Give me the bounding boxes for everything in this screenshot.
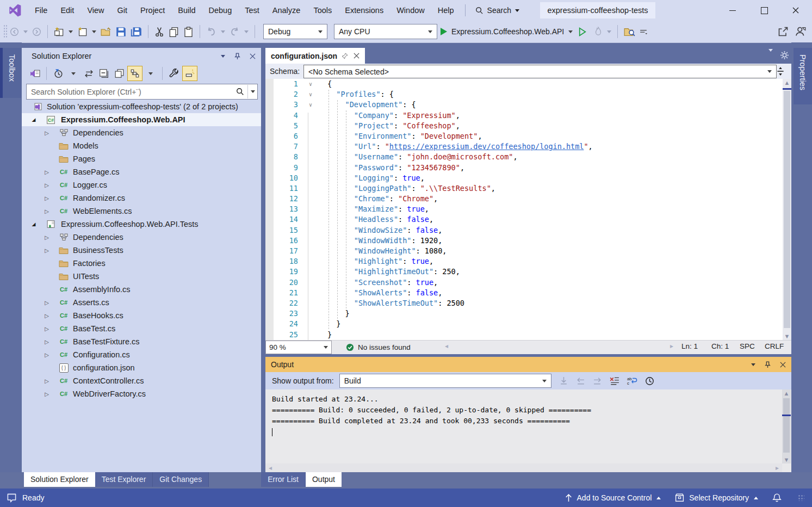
properties-button[interactable]	[112, 66, 126, 81]
scroll-up-arrow[interactable]: ▲	[782, 389, 791, 397]
expander-collapsed-icon[interactable]: ▷	[44, 182, 50, 188]
split-window-button[interactable]	[776, 66, 785, 76]
window-position-chevron[interactable]	[221, 55, 225, 58]
code-editor[interactable]: 1∨{2∨ "Profiles": {3∨ "Development": {4 …	[265, 79, 783, 340]
output-vertical-scrollbar[interactable]: ▲ ▼	[782, 389, 791, 463]
hot-reload-button[interactable]	[592, 23, 604, 40]
code-line-16[interactable]: 16 "WindowWidth": 1920,	[265, 236, 783, 246]
menu-tools[interactable]: Tools	[307, 0, 338, 21]
scrollbar-thumb[interactable]	[783, 398, 790, 453]
active-files-chevron[interactable]	[768, 52, 773, 60]
tree-item-asserts-cs[interactable]: ▷C#Asserts.cs	[22, 296, 261, 309]
resize-grip[interactable]	[798, 494, 804, 501]
tree-item-logger-cs[interactable]: ▷C#Logger.cs	[22, 178, 261, 191]
window-position-chevron[interactable]	[751, 363, 755, 366]
code-line-13[interactable]: 13 "Maximize": true,	[265, 204, 783, 214]
code-line-1[interactable]: 1∨{	[265, 79, 783, 89]
expander-collapsed-icon[interactable]: ▷	[44, 378, 50, 384]
code-line-11[interactable]: 11 "LoggingPath": ".\\TestResults",	[265, 183, 783, 194]
scroll-left-arrow[interactable]: ◂	[445, 342, 448, 351]
navigate-back-chevron[interactable]	[22, 23, 29, 40]
tree-item-basetestfixture-cs[interactable]: ▷C#BaseTestFixture.cs	[22, 335, 261, 348]
start-debugging-button[interactable]: Expressium.Coffeeshop.Web.API	[441, 27, 573, 36]
close-button[interactable]	[783, 0, 808, 21]
code-line-21[interactable]: 21 "ShowAlerts": false,	[265, 288, 783, 298]
scroll-left-arrow[interactable]: ◂	[269, 464, 272, 472]
add-to-source-control-button[interactable]: Add to Source Control	[565, 493, 661, 502]
menu-analyze[interactable]: Analyze	[266, 0, 307, 21]
tool-tab-test-explorer[interactable]: Test Explorer	[95, 472, 153, 487]
tree-item-basepage-cs[interactable]: ▷C#BasePage.cs	[22, 165, 261, 178]
redo-button[interactable]	[228, 23, 241, 40]
solution-configuration-dropdown[interactable]: Debug	[263, 24, 327, 39]
solution-explorer-search[interactable]: Search Solution Explorer (Ctrl+¨)	[26, 84, 258, 100]
expander-collapsed-icon[interactable]: ▷	[44, 313, 50, 319]
scroll-down-arrow[interactable]: ▼	[783, 332, 791, 340]
undo-button[interactable]	[204, 23, 218, 40]
code-line-10[interactable]: 10 "Logging": true,	[265, 173, 783, 183]
copy-button[interactable]	[167, 23, 181, 40]
scroll-right-arrow[interactable]: ▸	[670, 342, 673, 351]
properties-tab[interactable]: Properties	[794, 48, 812, 104]
code-line-23[interactable]: 23 }	[265, 308, 783, 319]
code-line-6[interactable]: 6 "Environment": "Development",	[265, 131, 783, 141]
menu-build[interactable]: Build	[171, 0, 202, 21]
save-all-button[interactable]	[129, 23, 144, 40]
navigate-back-button[interactable]	[8, 23, 21, 40]
feedback-bubble-icon[interactable]	[7, 493, 17, 503]
tree-item-factories[interactable]: Factories	[22, 257, 261, 270]
save-button[interactable]	[114, 23, 128, 40]
switch-views-button[interactable]	[28, 66, 42, 81]
spaces-indicator[interactable]: SPC	[740, 342, 755, 350]
tree-item-pages[interactable]: Pages	[22, 152, 261, 165]
new-project-chevron[interactable]	[67, 23, 75, 40]
tree-item-expressium-coffeeshop-web-api[interactable]: ◢C#Expressium.Coffeeshop.Web.API	[22, 113, 261, 126]
menu-file[interactable]: File	[28, 0, 54, 21]
code-line-9[interactable]: 9 "Password": "1234567890",	[265, 163, 783, 173]
code-line-19[interactable]: 19 "HighlightTimeOut": 250,	[265, 267, 783, 277]
tree-item-configuration-cs[interactable]: ▷C#Configuration.cs	[22, 348, 261, 361]
new-item-button[interactable]	[76, 23, 89, 40]
toolbox-tab[interactable]: Toolbox	[0, 48, 21, 98]
tree-item-expressium-coffeeshop-web-api-tests[interactable]: ◢Expressium.Coffeeshop.Web.API.Tests	[22, 218, 261, 231]
new-project-button[interactable]	[52, 23, 66, 40]
clear-all-button[interactable]	[610, 376, 619, 385]
code-line-14[interactable]: 14 "Headless": false,	[265, 214, 783, 225]
code-line-5[interactable]: 5 "Project": "Coffeeshop",	[265, 121, 783, 131]
tool-tab-output[interactable]: Output	[306, 472, 342, 487]
code-line-8[interactable]: 8 "Username": "john.doe@microsoft.com",	[265, 152, 783, 162]
menu-view[interactable]: View	[80, 0, 110, 21]
redo-chevron[interactable]	[243, 23, 250, 40]
undo-chevron[interactable]	[219, 23, 227, 40]
expander-open-icon[interactable]: ◢	[30, 221, 37, 227]
cut-button[interactable]	[153, 23, 166, 40]
expander-collapsed-icon[interactable]: ▷	[44, 234, 50, 240]
paste-button[interactable]	[182, 23, 195, 40]
code-line-22[interactable]: 22 "ShowAlertsTimeOut": 2500	[265, 298, 783, 308]
timestamp-button[interactable]	[645, 376, 654, 386]
start-without-debugging-button[interactable]	[577, 23, 588, 40]
code-line-24[interactable]: 24 }	[265, 319, 783, 329]
find-in-files-button[interactable]	[622, 23, 637, 40]
schema-dropdown[interactable]: <No Schema Selected>	[303, 65, 777, 78]
close-icon[interactable]	[354, 53, 359, 59]
search-options-chevron[interactable]	[247, 85, 257, 98]
code-line-2[interactable]: 2∨ "Profiles": {	[265, 89, 783, 100]
pin-icon[interactable]	[342, 53, 349, 59]
output-horizontal-scrollbar[interactable]: ◂▸	[265, 463, 782, 472]
show-all-files-toggle[interactable]	[127, 66, 142, 81]
tool-tab-solution-explorer[interactable]: Solution Explorer	[24, 472, 95, 487]
tab-configuration-json[interactable]: configuration.json	[265, 48, 365, 64]
tree-item-businesstests[interactable]: ▷BusinessTests	[22, 244, 261, 257]
toolbar-grip[interactable]	[3, 24, 8, 39]
tree-item-basehooks-cs[interactable]: ▷C#BaseHooks.cs	[22, 309, 261, 322]
tool-tab-error-list[interactable]: Error List	[261, 472, 306, 487]
share-button[interactable]	[776, 23, 790, 40]
tree-item-webdriverfactory-cs[interactable]: ▷C#WebDriverFactory.cs	[22, 387, 261, 400]
editor-vertical-scrollbar[interactable]: ▲ ▼	[783, 79, 791, 340]
navigate-forward-button[interactable]	[30, 23, 43, 40]
search-control[interactable]: Search	[475, 6, 519, 15]
issues-indicator[interactable]: No issues found	[346, 343, 411, 351]
expander-collapsed-icon[interactable]: ▷	[44, 195, 50, 201]
pin-button[interactable]	[234, 53, 241, 60]
